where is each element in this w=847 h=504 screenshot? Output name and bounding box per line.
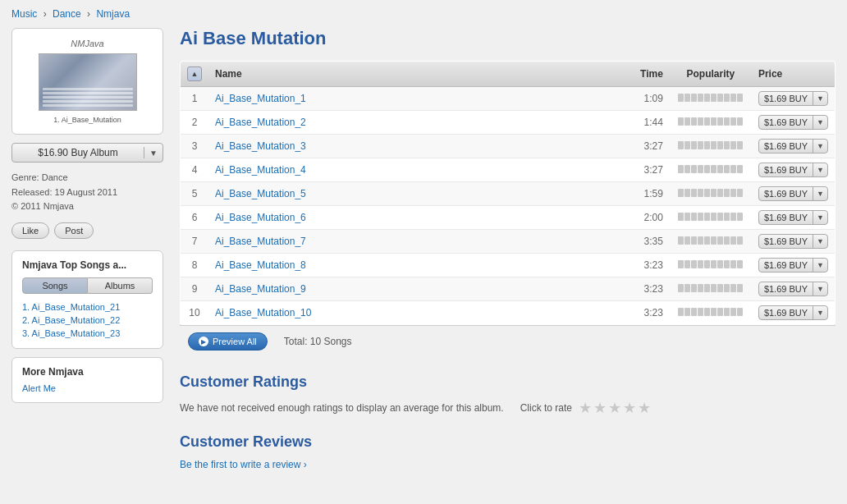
buy-track-button[interactable]: $1.69 BUY▼ xyxy=(758,210,828,225)
price-label: $1.69 BUY xyxy=(759,187,813,200)
star-5[interactable]: ★ xyxy=(638,399,651,417)
price-dropdown-icon: ▼ xyxy=(813,283,827,295)
star-1[interactable]: ★ xyxy=(579,399,592,417)
track-price: $1.69 BUY▼ xyxy=(752,87,836,111)
star-3[interactable]: ★ xyxy=(608,399,621,417)
track-name[interactable]: Ai_Base_Mutation_7 xyxy=(208,230,620,254)
track-name[interactable]: Ai_Base_Mutation_3 xyxy=(208,135,620,158)
genre-label: Genre: xyxy=(11,172,39,182)
popularity-header[interactable]: Popularity xyxy=(670,62,752,87)
price-label: $1.69 BUY xyxy=(759,259,813,272)
album-art-label: 1. Ai_Base_Mutation xyxy=(22,116,153,124)
track-time: 1:09 xyxy=(620,87,670,111)
num-header[interactable]: ▲ xyxy=(181,62,209,87)
star-2[interactable]: ★ xyxy=(593,399,607,417)
songs-tab[interactable]: Songs xyxy=(22,277,88,294)
like-button[interactable]: Like xyxy=(11,222,49,239)
table-row: 5Ai_Base_Mutation_51:59$1.69 BUY▼ xyxy=(181,182,836,206)
social-buttons: Like Post xyxy=(11,222,163,239)
star-rating[interactable]: ★ ★ ★ ★ ★ xyxy=(579,399,651,417)
art-line-2 xyxy=(43,92,133,94)
breadcrumb-nmjava[interactable]: Nmjava xyxy=(96,8,130,20)
track-popularity xyxy=(670,254,752,277)
ratings-row: We have not received enough ratings to d… xyxy=(180,399,836,417)
name-header[interactable]: Name xyxy=(208,62,620,87)
track-time: 1:44 xyxy=(620,111,670,135)
albums-tab[interactable]: Albums xyxy=(88,277,153,294)
track-name[interactable]: Ai_Base_Mutation_9 xyxy=(208,277,620,301)
released-label: Released: xyxy=(11,187,53,197)
buy-track-button[interactable]: $1.69 BUY▼ xyxy=(758,139,828,153)
track-num: 1 xyxy=(181,87,209,111)
price-label: $1.69 BUY xyxy=(759,211,813,224)
track-popularity xyxy=(670,158,752,182)
price-header[interactable]: Price xyxy=(752,62,836,87)
page-container: NMJava 1. Ai_Base_Mutation $16.90 Buy Al… xyxy=(0,28,847,487)
alert-me-link[interactable]: Alert Me xyxy=(22,383,56,393)
track-popularity xyxy=(670,111,752,135)
track-name[interactable]: Ai_Base_Mutation_4 xyxy=(208,158,620,182)
star-4[interactable]: ★ xyxy=(623,399,636,417)
post-button[interactable]: Post xyxy=(54,222,94,239)
buy-album-label: $16.90 Buy Album xyxy=(12,147,144,158)
price-dropdown-icon: ▼ xyxy=(813,307,827,318)
buy-track-button[interactable]: $1.69 BUY▼ xyxy=(758,115,828,130)
breadcrumb: Music › Dance › Nmjava xyxy=(0,0,847,28)
buy-track-button[interactable]: $1.69 BUY▼ xyxy=(758,282,828,296)
track-time: 3:27 xyxy=(620,135,670,158)
track-name[interactable]: Ai_Base_Mutation_6 xyxy=(208,206,620,230)
track-list: 1Ai_Base_Mutation_11:09$1.69 BUY▼2Ai_Bas… xyxy=(181,87,836,325)
table-row: 3Ai_Base_Mutation_33:27$1.69 BUY▼ xyxy=(181,135,836,158)
preview-all-button[interactable]: ▶ Preview All xyxy=(188,332,268,351)
track-name[interactable]: Ai_Base_Mutation_2 xyxy=(208,111,620,135)
sort-arrow-icon: ▲ xyxy=(187,66,202,81)
track-name[interactable]: Ai_Base_Mutation_10 xyxy=(208,301,620,325)
breadcrumb-music[interactable]: Music xyxy=(11,8,37,20)
top-songs-section: Nmjava Top Songs a... Songs Albums 1. Ai… xyxy=(11,250,163,349)
price-label: $1.69 BUY xyxy=(759,306,813,319)
total-songs-text: Total: 10 Songs xyxy=(284,336,352,347)
track-popularity xyxy=(670,182,752,206)
write-review-link[interactable]: Be the first to write a review › xyxy=(180,459,307,470)
track-time: 3:35 xyxy=(620,230,670,254)
buy-album-button[interactable]: $16.90 Buy Album ▼ xyxy=(11,143,163,163)
track-time: 2:00 xyxy=(620,206,670,230)
table-header-row: ▲ Name Time Popularity Price xyxy=(181,62,836,87)
album-art-decoration xyxy=(39,85,136,110)
track-price: $1.69 BUY▼ xyxy=(752,277,836,301)
price-dropdown-icon: ▼ xyxy=(813,259,827,271)
price-dropdown-icon: ▼ xyxy=(813,140,827,152)
price-label: $1.69 BUY xyxy=(759,116,813,129)
top-song-1[interactable]: 1. Ai_Base_Mutation_21 xyxy=(22,300,153,314)
table-row: 1Ai_Base_Mutation_11:09$1.69 BUY▼ xyxy=(181,87,836,111)
track-name[interactable]: Ai_Base_Mutation_5 xyxy=(208,182,620,206)
buy-track-button[interactable]: $1.69 BUY▼ xyxy=(758,305,828,320)
price-dropdown-icon: ▼ xyxy=(813,164,827,176)
buy-track-button[interactable]: $1.69 BUY▼ xyxy=(758,234,828,249)
top-song-2[interactable]: 2. Ai_Base_Mutation_22 xyxy=(22,314,153,327)
buy-track-button[interactable]: $1.69 BUY▼ xyxy=(758,91,828,106)
ratings-text: We have not received enough ratings to d… xyxy=(180,402,504,414)
track-time: 3:23 xyxy=(620,301,670,325)
buy-track-button[interactable]: $1.69 BUY▼ xyxy=(758,186,828,201)
buy-track-button[interactable]: $1.69 BUY▼ xyxy=(758,258,828,273)
track-name[interactable]: Ai_Base_Mutation_8 xyxy=(208,254,620,277)
album-card: NMJava 1. Ai_Base_Mutation xyxy=(11,28,163,135)
breadcrumb-dance[interactable]: Dance xyxy=(53,8,81,20)
track-popularity xyxy=(670,135,752,158)
track-price: $1.69 BUY▼ xyxy=(752,301,836,325)
art-line-1 xyxy=(43,88,133,90)
click-to-rate-label: Click to rate xyxy=(520,402,572,414)
top-song-3[interactable]: 3. Ai_Base_Mutation_23 xyxy=(22,327,153,340)
buy-track-button[interactable]: $1.69 BUY▼ xyxy=(758,163,828,177)
breadcrumb-sep2: › xyxy=(87,8,93,20)
more-section-title: More Nmjava xyxy=(22,366,153,378)
track-num: 3 xyxy=(181,135,209,158)
track-price: $1.69 BUY▼ xyxy=(752,135,836,158)
track-name[interactable]: Ai_Base_Mutation_1 xyxy=(208,87,620,111)
track-num: 6 xyxy=(181,206,209,230)
time-header[interactable]: Time xyxy=(620,62,670,87)
released-value: 19 August 2011 xyxy=(55,187,117,197)
table-row: 8Ai_Base_Mutation_83:23$1.69 BUY▼ xyxy=(181,254,836,277)
track-num: 10 xyxy=(181,301,209,325)
